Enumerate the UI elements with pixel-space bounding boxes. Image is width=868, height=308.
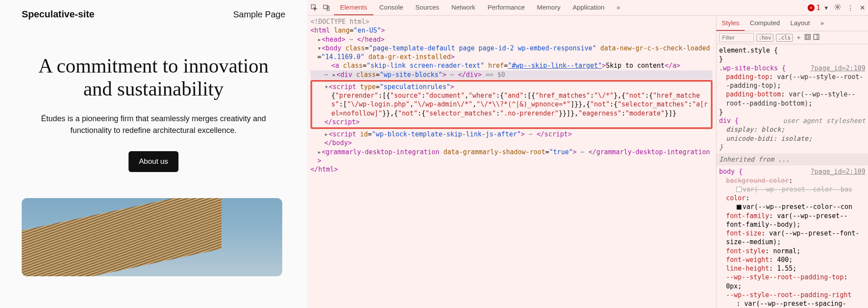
styles-rules[interactable]: element.style { } .wp-site-blocks {?page… <box>716 44 868 308</box>
settings-gear-icon[interactable] <box>834 3 841 12</box>
styles-tabs-overflow[interactable]: » <box>815 16 829 31</box>
toggle-sidebar-icon[interactable] <box>813 34 819 42</box>
val-bg-color[interactable]: var(--wp--preset--color--bas <box>743 185 852 193</box>
page-header: Speculative-site Sample Page <box>22 9 285 20</box>
devtools-toolbar: Elements Console Sources Network Perform… <box>307 0 868 16</box>
dom-tree[interactable]: <!DOCTYPE html> <html lang="en-US"> ▸<he… <box>307 16 716 308</box>
element-style-selector[interactable]: element.style { <box>719 46 778 54</box>
dom-html-close[interactable]: </html> <box>310 165 713 174</box>
hero-subtitle: Études is a pioneering firm that seamles… <box>32 113 275 136</box>
val-line-height[interactable]: 1.55 <box>777 265 792 272</box>
cls-toggle[interactable]: .cls <box>776 34 793 42</box>
body-selector[interactable]: body { <box>719 168 743 176</box>
ua-stylesheet-label: user agent stylesheet <box>783 116 865 125</box>
prop-font-weight[interactable]: font-weight <box>726 256 769 264</box>
device-toolbar-icon[interactable] <box>322 3 331 13</box>
chevron-down-icon[interactable]: ▾ <box>825 4 828 12</box>
dom-html-open[interactable]: <html lang="en-US"> <box>310 26 713 35</box>
devtools-panel: Elements Console Sources Network Perform… <box>307 0 868 308</box>
val-root-padding-top[interactable]: 0px <box>726 282 738 290</box>
prop-line-height[interactable]: line-height <box>726 265 769 272</box>
div-selector[interactable]: div { <box>719 117 739 125</box>
error-icon: ✕ <box>808 4 815 11</box>
source-link-1[interactable]: ?page_id=2:109 <box>811 64 865 73</box>
dom-doctype[interactable]: <!DOCTYPE html> <box>310 17 713 26</box>
tab-elements[interactable]: Elements <box>334 0 373 15</box>
val-font-style[interactable]: normal <box>773 247 796 255</box>
close-devtools-icon[interactable]: ✕ <box>860 4 865 12</box>
svg-rect-4 <box>805 34 810 40</box>
styles-panel: Styles Computed Layout » :hov .cls ＋ ele… <box>716 16 868 308</box>
dom-grammarly[interactable]: ▸<grammarly-desktop-integration data-gra… <box>310 148 713 166</box>
color-swatch-fg[interactable] <box>736 205 742 210</box>
styles-tab-computed[interactable]: Computed <box>745 16 785 31</box>
val-color[interactable]: var(--wp--preset--color--con <box>743 203 852 211</box>
hov-toggle[interactable]: :hov <box>756 34 773 42</box>
tab-sources[interactable]: Sources <box>409 0 446 15</box>
hero-section: A commitment to innovation and sustainab… <box>22 55 285 276</box>
prop-color[interactable]: color <box>726 194 746 202</box>
dom-skip-link[interactable]: <a class="skip-link screen-reader-text" … <box>310 61 713 70</box>
tab-memory[interactable]: Memory <box>531 0 567 15</box>
svg-point-3 <box>837 6 838 7</box>
prop-font-family[interactable]: font-family <box>726 212 769 220</box>
svg-rect-5 <box>806 36 809 38</box>
kebab-menu-icon[interactable]: ⋮ <box>847 4 854 12</box>
webpage-viewport: Speculative-site Sample Page A commitmen… <box>0 0 307 308</box>
error-count: 1 <box>816 4 820 12</box>
dom-speculation-script[interactable]: ▾<script type="speculationrules"> {"prer… <box>310 80 713 129</box>
val-font-weight[interactable]: 400 <box>777 256 789 264</box>
inspect-element-icon[interactable] <box>310 3 319 13</box>
dom-head[interactable]: ▸<head> ⋯ </head> <box>310 35 713 44</box>
new-style-rule-icon[interactable]: ＋ <box>795 33 802 42</box>
tab-console[interactable]: Console <box>373 0 409 15</box>
computed-styles-icon[interactable] <box>805 34 811 42</box>
inherited-from-label: Inherited from ... <box>716 153 868 166</box>
nav-link-sample-page[interactable]: Sample Page <box>233 10 285 20</box>
prop-padding-bottom[interactable]: padding-bottom <box>726 90 781 98</box>
prop-font-size[interactable]: font-size <box>726 229 761 237</box>
tabs-overflow[interactable]: » <box>611 0 626 15</box>
prop-padding-top[interactable]: padding-top <box>726 73 769 81</box>
wp-site-blocks-selector[interactable]: .wp-site-blocks { <box>719 64 786 72</box>
error-badge[interactable]: ✕ 1 <box>808 4 820 12</box>
dom-site-blocks[interactable]: ⋯ ▸<div class="wp-site-blocks"> ⋯ </div>… <box>310 70 713 79</box>
prop-font-style[interactable]: font-style <box>726 247 765 255</box>
tab-application[interactable]: Application <box>567 0 611 15</box>
prop-root-padding-top[interactable]: --wp--style--root--padding-top <box>726 273 844 281</box>
dom-body-close[interactable]: </body> <box>310 139 713 147</box>
hero-title: A commitment to innovation and sustainab… <box>22 55 285 101</box>
site-title-link[interactable]: Speculative-site <box>22 9 95 20</box>
svg-rect-6 <box>814 34 819 40</box>
source-link-2[interactable]: ?page_id=2:109 <box>811 167 865 176</box>
tab-network[interactable]: Network <box>446 0 482 15</box>
devtools-tabs: Elements Console Sources Network Perform… <box>334 0 803 15</box>
dom-body-open[interactable]: ▾<body class="page-template-default page… <box>310 44 713 62</box>
prop-display[interactable]: display <box>726 126 753 133</box>
prop-root-padding-right[interactable]: --wp--style--root--padding-right <box>726 291 851 299</box>
prop-unicode-bidi[interactable]: unicode-bidi <box>726 135 773 142</box>
color-swatch-bg[interactable] <box>736 187 742 192</box>
styles-filter-input[interactable] <box>719 33 754 42</box>
styles-tab-layout[interactable]: Layout <box>785 16 815 31</box>
tab-performance[interactable]: Performance <box>482 0 531 15</box>
hero-image <box>22 198 282 276</box>
prop-bg-color[interactable]: background-color <box>726 177 789 185</box>
about-us-button[interactable]: About us <box>129 151 178 172</box>
dom-script-content[interactable]: {"prerender":[{"source":"document","wher… <box>324 91 708 118</box>
val-root-padding-right[interactable]: var(--wp--preset--spacing--50) <box>736 300 846 308</box>
dom-skip-link-script[interactable]: ▸<script id="wp-block-template-skip-link… <box>310 130 713 139</box>
val-unicode-bidi[interactable]: isolate <box>781 135 808 142</box>
styles-tab-styles[interactable]: Styles <box>716 16 745 31</box>
val-display[interactable]: block <box>761 126 781 133</box>
